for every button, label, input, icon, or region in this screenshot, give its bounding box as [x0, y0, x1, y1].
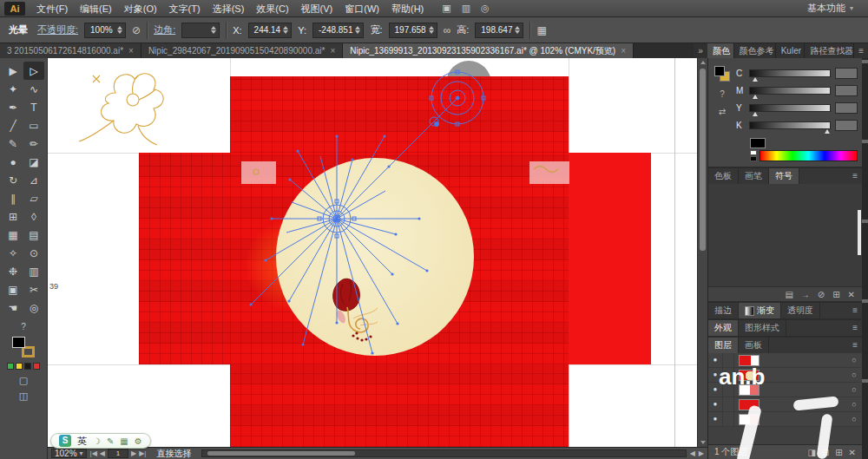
collapse-dock-icon[interactable]: » — [694, 43, 707, 58]
panel-tab[interactable]: 画板 — [739, 338, 769, 353]
swap-colors-icon[interactable]: ⇄ — [719, 107, 726, 116]
panel-menu-icon[interactable]: ≡ — [854, 43, 868, 58]
zoom-tool[interactable]: ◎ — [23, 298, 44, 317]
scrollbar-thumb[interactable] — [207, 451, 355, 456]
moon-icon[interactable]: ☽ — [93, 436, 101, 446]
slice-tool[interactable]: ✂ — [23, 280, 44, 298]
lock-toggle[interactable] — [723, 383, 734, 397]
channel-value-field[interactable] — [835, 102, 858, 114]
channel-slider[interactable] — [749, 121, 831, 129]
mesh-tool[interactable]: ▦ — [3, 226, 23, 244]
scroll-left-icon[interactable]: ◀ — [690, 449, 695, 457]
fill-swatch[interactable] — [12, 337, 25, 348]
stepper-icon[interactable] — [117, 26, 122, 34]
visibility-eye-icon[interactable]: ● — [708, 383, 723, 397]
black-swatch[interactable] — [750, 156, 757, 161]
symbol-library-icon[interactable]: ▤ — [785, 290, 792, 299]
link-dimensions-icon[interactable]: ∞ — [444, 24, 451, 36]
panel-tab[interactable]: 描边 — [708, 303, 739, 318]
eraser-tool[interactable]: ◪ — [23, 153, 44, 171]
color-swatch[interactable] — [24, 363, 31, 370]
lock-toggle[interactable] — [723, 397, 734, 411]
vertical-scrollbar[interactable] — [697, 58, 707, 447]
ime-logo[interactable]: S — [59, 435, 71, 447]
visibility-eye-icon[interactable]: ● — [708, 368, 723, 382]
new-sublayer-icon[interactable]: ⊟ — [822, 448, 829, 457]
slider-thumb[interactable] — [753, 112, 758, 116]
layer-row[interactable]: ● ○ — [708, 383, 862, 397]
slider-thumb[interactable] — [753, 95, 758, 99]
color-spectrum-bar[interactable] — [760, 150, 858, 161]
stepper-icon[interactable] — [283, 26, 288, 34]
menu-item[interactable]: 帮助(H) — [385, 0, 430, 17]
symbols-content[interactable] — [708, 184, 862, 286]
panel-menu-icon[interactable]: ≡ — [848, 168, 862, 184]
width-field[interactable]: 197.658 — [389, 23, 437, 38]
help-icon[interactable]: ? — [720, 89, 725, 99]
delete-symbol-icon[interactable]: ✕ — [848, 290, 855, 299]
stepper-icon[interactable] — [515, 26, 520, 34]
lock-toggle[interactable] — [723, 353, 734, 367]
panel-tab[interactable]: 符号 — [769, 168, 799, 184]
close-icon[interactable]: × — [621, 46, 626, 56]
channel-value-field[interactable] — [835, 120, 858, 131]
next-artboard-icon[interactable]: ▶ — [131, 449, 136, 457]
draw-mode-icon[interactable]: ▢ — [19, 375, 28, 386]
scroll-down-icon[interactable] — [698, 438, 707, 447]
ime-toolbar[interactable]: S 英 ☽✎▦⚙ — [50, 433, 151, 449]
fill-swatch[interactable] — [714, 66, 725, 76]
panel-tab[interactable]: 色板 — [708, 168, 739, 184]
lock-toggle[interactable] — [723, 412, 734, 426]
height-field[interactable]: 198.647 — [475, 23, 523, 38]
slider-thumb[interactable] — [753, 77, 758, 82]
panel-tab[interactable]: 外观 — [708, 320, 739, 336]
target-icon[interactable]: ○ — [846, 370, 862, 379]
scrollbar-thumb[interactable] — [858, 210, 861, 255]
channel-value-field[interactable] — [835, 68, 858, 79]
selection-tool[interactable]: ▶ — [3, 62, 23, 80]
menu-item[interactable]: 文字(T) — [163, 0, 207, 17]
close-icon[interactable]: × — [330, 46, 335, 56]
perspective-grid-tool[interactable]: ◊ — [23, 207, 44, 226]
artboard-canvas[interactable]: 39 — [48, 58, 697, 447]
symbol-sprayer-tool[interactable]: ❉ — [3, 262, 23, 280]
pen-icon[interactable]: ✎ — [107, 436, 114, 446]
gradient-tool[interactable]: ▤ — [23, 226, 44, 244]
fill-stroke-control[interactable] — [714, 66, 730, 82]
target-icon[interactable]: ○ — [846, 385, 862, 394]
document-tab[interactable]: Nipic_13699913_20130923135902336167.ai* … — [343, 43, 634, 58]
visibility-eye-icon[interactable]: ● — [708, 412, 723, 426]
visibility-eye-icon[interactable]: ● — [708, 397, 723, 411]
panel-menu-icon[interactable]: ≡ — [848, 303, 862, 318]
stepper-icon[interactable] — [429, 26, 434, 34]
corner-link[interactable]: 边角: — [154, 23, 175, 36]
pen-tool[interactable]: ✒ — [3, 98, 23, 116]
channel-slider[interactable] — [749, 104, 831, 112]
no-scale-icon[interactable]: ⊘ — [132, 24, 141, 36]
channel-value-field[interactable] — [835, 85, 858, 96]
workspace-switcher[interactable]: 基本功能 ▾ — [797, 2, 864, 15]
channel-slider[interactable] — [749, 69, 831, 77]
screen-mode-icon[interactable]: ◫ — [19, 390, 28, 402]
pencil-tool[interactable]: ✏ — [23, 134, 44, 153]
ime-language[interactable]: 英 — [77, 435, 87, 448]
menu-item[interactable]: 文件(F) — [30, 0, 74, 17]
rotate-tool[interactable]: ↻ — [3, 171, 23, 189]
settings-icon[interactable]: ⚙ — [135, 436, 142, 446]
scale-tool[interactable]: ⊿ — [23, 171, 44, 189]
menu-item[interactable]: 窗口(W) — [339, 0, 385, 17]
color-swatch[interactable] — [33, 363, 40, 370]
panel-tab[interactable]: 图层 — [708, 338, 739, 353]
channel-slider[interactable] — [749, 87, 831, 95]
graph-tool[interactable]: ▥ — [23, 262, 44, 280]
color-swatch[interactable] — [7, 363, 14, 370]
direct-selection-tool[interactable]: ▷ — [23, 62, 44, 80]
panel-tab[interactable]: 渐变 — [739, 303, 781, 318]
arrange-documents-icon[interactable]: ▥ — [462, 3, 470, 14]
y-field[interactable]: -248.851 — [312, 23, 364, 38]
scroll-up-icon[interactable] — [698, 58, 707, 67]
panel-tab[interactable]: 透明度 — [781, 303, 820, 318]
stepper-icon[interactable] — [355, 26, 360, 34]
target-icon[interactable]: ○ — [846, 400, 862, 409]
new-symbol-icon[interactable]: ⊞ — [832, 290, 839, 299]
